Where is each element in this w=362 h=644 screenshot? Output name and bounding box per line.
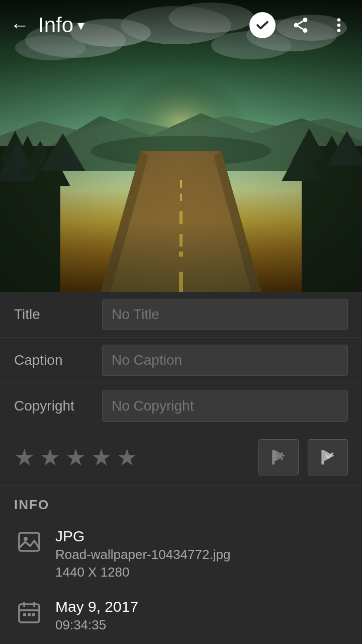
info-section-label: INFO [0, 486, 362, 519]
svg-point-33 [294, 23, 299, 28]
svg-point-38 [337, 24, 341, 27]
capture-time: 09:34:35 [55, 617, 138, 633]
title-field-row: Title [0, 292, 362, 338]
svg-marker-47 [324, 450, 334, 461]
share-button[interactable] [288, 12, 314, 38]
svg-point-37 [337, 18, 341, 22]
svg-point-39 [337, 29, 341, 32]
calendar-icon [14, 598, 44, 624]
title-dropdown[interactable]: Info ▾ [38, 13, 84, 37]
svg-point-34 [303, 28, 308, 33]
stars-row: ★ ★ ★ ★ ★ [0, 429, 362, 486]
file-dimensions: 1440 X 1280 [55, 565, 230, 580]
info-item-jpg: JPG Road-wallpaper-10434772.jpg 1440 X 1… [0, 519, 362, 589]
image-icon [14, 528, 44, 554]
copyright-label: Copyright [14, 398, 102, 414]
info-panel: Title Caption Copyright ★ ★ ★ ★ ★ [0, 292, 362, 644]
svg-rect-54 [23, 613, 26, 616]
star-3[interactable]: ★ [65, 444, 86, 471]
svg-line-35 [298, 26, 303, 29]
star-5[interactable]: ★ [117, 444, 137, 471]
header-title: Info [38, 13, 73, 37]
svg-rect-40 [272, 450, 275, 465]
info-item-camera: Unknown Camera Unknown Lens [0, 642, 362, 644]
file-type: JPG [55, 528, 230, 545]
svg-point-49 [24, 537, 28, 541]
title-label: Title [14, 306, 102, 323]
file-name: Road-wallpaper-10434772.jpg [55, 547, 230, 562]
more-button[interactable] [326, 12, 352, 38]
checkmark-button[interactable] [249, 12, 276, 38]
caption-label: Caption [14, 352, 102, 368]
star-4[interactable]: ★ [91, 444, 112, 471]
svg-rect-56 [32, 613, 35, 616]
top-bar: ← Info ▾ [0, 0, 362, 50]
star-1[interactable]: ★ [14, 444, 35, 471]
reject-flag-button[interactable] [258, 439, 299, 475]
caption-field-row: Caption [0, 338, 362, 383]
accept-flag-button[interactable] [308, 439, 348, 475]
info-item-date: May 9, 2017 09:34:35 [0, 589, 362, 642]
svg-rect-48 [19, 533, 39, 551]
svg-point-32 [303, 18, 308, 22]
dropdown-arrow-icon: ▾ [77, 17, 84, 34]
back-button[interactable]: ← [10, 16, 29, 35]
svg-line-36 [298, 21, 303, 24]
svg-rect-55 [28, 613, 31, 616]
copyright-field-row: Copyright [0, 383, 362, 429]
title-input[interactable] [102, 299, 348, 330]
copyright-input[interactable] [102, 390, 348, 422]
caption-input[interactable] [102, 345, 348, 376]
capture-date: May 9, 2017 [55, 598, 138, 615]
svg-rect-46 [321, 450, 324, 465]
star-2[interactable]: ★ [40, 444, 60, 471]
